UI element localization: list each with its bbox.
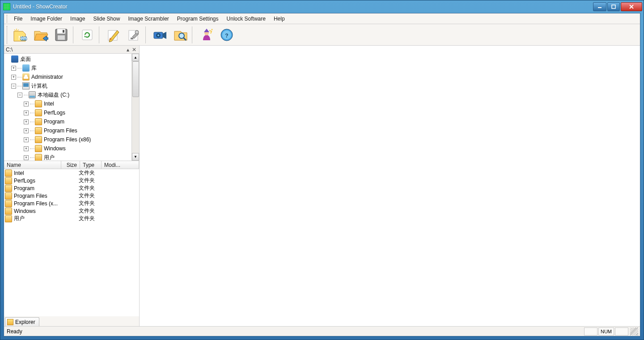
list-header: Name Size Type Modi... — [4, 161, 139, 169]
scroll-down-icon[interactable]: ▼ — [132, 153, 139, 161]
window-title: Untitled - ShowCreator — [13, 4, 593, 10]
menu-slide-show[interactable]: Slide Show — [89, 14, 123, 23]
folder-icon — [5, 185, 12, 192]
list-item[interactable]: Program文件夹 — [4, 184, 139, 192]
expand-icon[interactable] — [11, 66, 16, 71]
tree-label: 本地磁盘 (C:) — [38, 91, 69, 99]
expand-icon[interactable] — [24, 146, 29, 151]
list-item[interactable]: Windows文件夹 — [4, 207, 139, 215]
toolbar-refresh-button[interactable] — [77, 26, 97, 44]
tree-node-folder[interactable]: Program Files — [5, 126, 131, 135]
tree-node-folder[interactable]: Program — [5, 117, 131, 126]
sidebar-tabs: Explorer — [4, 316, 139, 326]
svg-rect-10 — [82, 30, 92, 40]
expand-icon[interactable] — [24, 102, 29, 106]
tab-explorer[interactable]: Explorer — [5, 317, 39, 326]
menu-unlock-software[interactable]: Unlock Software — [223, 14, 269, 23]
column-modified[interactable]: Modi... — [102, 161, 139, 169]
column-size[interactable]: Size — [61, 161, 80, 169]
tree-node-folder[interactable]: Windows — [5, 144, 131, 153]
close-button[interactable] — [621, 2, 642, 11]
tree-node-folder[interactable]: Program Files (x86) — [5, 135, 131, 144]
list-item[interactable]: Program Files文件夹 — [4, 192, 139, 200]
tree-scrollbar[interactable]: ▲ ▼ — [131, 54, 139, 161]
toolbar-new-button[interactable]: New — [10, 26, 30, 44]
toolbar-wizard-button[interactable] — [196, 26, 216, 44]
svg-rect-1 — [612, 5, 615, 8]
maximize-button[interactable] — [607, 2, 620, 11]
folder-icon — [35, 145, 42, 152]
expand-icon[interactable] — [24, 110, 29, 115]
folder-tree[interactable]: 桌面 库 Administrator 计算机 本地磁盘 (C:) Intel P… — [4, 54, 131, 161]
toolbar-settings-button[interactable] — [124, 26, 144, 44]
expand-icon[interactable] — [24, 155, 29, 160]
expand-icon[interactable] — [24, 128, 29, 133]
collapse-icon[interactable] — [11, 84, 16, 89]
tree-node-computer[interactable]: 计算机 — [5, 81, 131, 90]
tree-node-folder[interactable]: PerfLogs — [5, 108, 131, 117]
menubar: File Image Folder Image Slide Show Image… — [4, 13, 640, 24]
file-name: Program Files (x... — [14, 200, 58, 207]
content-area — [140, 46, 640, 326]
tree-label: Program — [44, 119, 64, 125]
svg-rect-8 — [58, 35, 65, 40]
libraries-icon — [22, 64, 30, 72]
toolbar-help-button[interactable]: ? — [217, 26, 237, 44]
toolbar-save-button[interactable] — [51, 26, 71, 44]
menu-file[interactable]: File — [10, 14, 26, 23]
tree-node-folder[interactable]: Intel — [5, 99, 131, 108]
tree-node-admin[interactable]: Administrator — [5, 72, 131, 81]
expand-icon[interactable] — [11, 75, 16, 80]
tree-node-local-disk[interactable]: 本地磁盘 (C:) — [5, 90, 131, 99]
svg-text:New: New — [18, 35, 28, 41]
list-item[interactable]: Intel文件夹 — [4, 169, 139, 177]
toolbar: New ? — [4, 24, 640, 46]
expand-icon[interactable] — [24, 137, 29, 142]
file-type: 文件夹 — [79, 207, 106, 215]
path-close-icon[interactable]: ✕ — [131, 47, 137, 53]
toolbar-open-button[interactable] — [31, 26, 51, 44]
scroll-thumb[interactable] — [132, 61, 139, 97]
svg-point-21 — [212, 29, 213, 30]
menu-image-folder[interactable]: Image Folder — [27, 14, 66, 23]
tree-node-libraries[interactable]: 库 — [5, 64, 131, 72]
toolbar-edit-button[interactable] — [103, 26, 123, 44]
minimize-button[interactable] — [593, 2, 606, 11]
svg-rect-14 — [131, 38, 133, 39]
client-area: File Image Folder Image Slide Show Image… — [4, 13, 640, 336]
menu-help[interactable]: Help — [270, 14, 288, 23]
menubar-grip[interactable] — [7, 15, 8, 23]
scroll-up-icon[interactable]: ▲ — [132, 54, 139, 61]
svg-point-13 — [135, 30, 139, 34]
column-name[interactable]: Name — [4, 161, 61, 169]
toolbar-separator — [145, 26, 148, 43]
toolbar-find-button[interactable] — [170, 26, 190, 44]
tab-label: Explorer — [15, 319, 35, 325]
menu-image[interactable]: Image — [67, 14, 89, 23]
collapse-icon[interactable] — [17, 93, 22, 98]
column-type[interactable]: Type — [80, 161, 102, 169]
list-item[interactable]: 用户文件夹 — [4, 215, 139, 222]
statusbar: Ready NUM — [4, 326, 640, 336]
menu-program-settings[interactable]: Program Settings — [174, 14, 222, 23]
folder-icon — [35, 127, 42, 134]
file-name: 用户 — [14, 215, 25, 222]
toolbar-separator — [73, 26, 76, 43]
titlebar[interactable]: Untitled - ShowCreator — [0, 0, 644, 13]
path-collapse-icon[interactable]: ▴ — [125, 47, 131, 53]
menu-image-scrambler[interactable]: Image Scrambler — [124, 14, 172, 23]
folder-icon — [35, 109, 42, 116]
file-name: Program — [14, 185, 34, 191]
resize-grip[interactable] — [630, 327, 638, 336]
tree-label: Program Files — [44, 128, 77, 134]
list-item[interactable]: PerfLogs文件夹 — [4, 177, 139, 184]
app-window: Untitled - ShowCreator File Image Folder… — [0, 0, 644, 340]
status-cell-empty — [615, 327, 628, 336]
toolbar-camera-button[interactable] — [150, 26, 169, 44]
list-item[interactable]: Program Files (x...文件夹 — [4, 200, 139, 207]
tree-node-folder[interactable]: 用户 — [5, 153, 131, 161]
tree-node-desktop[interactable]: 桌面 — [5, 55, 131, 64]
file-type: 文件夹 — [79, 169, 106, 177]
toolbar-grip[interactable] — [7, 26, 8, 44]
expand-icon[interactable] — [24, 119, 29, 124]
